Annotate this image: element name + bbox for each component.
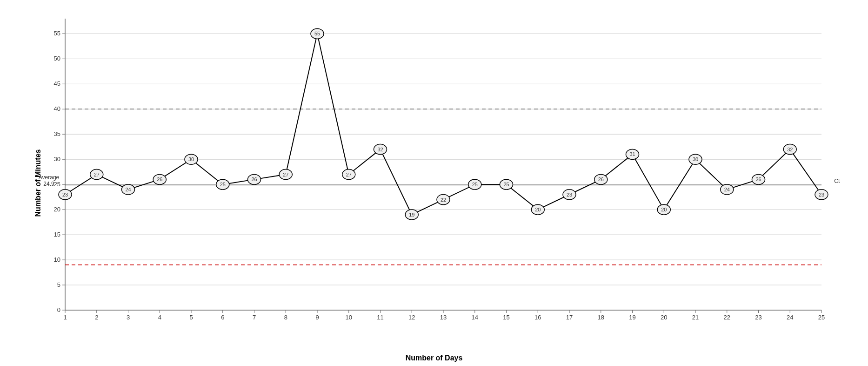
svg-text:24: 24	[125, 187, 131, 192]
svg-text:30: 30	[693, 156, 698, 162]
svg-text:24.9: 24.9	[43, 181, 54, 187]
svg-text:15: 15	[54, 231, 60, 238]
svg-text:30: 30	[188, 156, 194, 162]
svg-text:32: 32	[377, 147, 383, 152]
svg-text:25: 25	[54, 181, 60, 188]
svg-text:8: 8	[284, 314, 287, 321]
x-axis-label: Number of Days	[406, 354, 463, 362]
svg-text:26: 26	[598, 176, 604, 182]
svg-text:CL: CL	[834, 178, 840, 184]
svg-text:32: 32	[787, 147, 793, 152]
svg-text:50: 50	[54, 55, 60, 62]
svg-text:23: 23	[62, 192, 68, 197]
chart-container: Number of Minutes Number of Days 0510152…	[0, 0, 868, 366]
svg-text:31: 31	[629, 151, 635, 157]
svg-text:22: 22	[441, 197, 446, 203]
svg-text:5: 5	[189, 314, 193, 321]
svg-text:16: 16	[534, 314, 541, 321]
svg-text:25: 25	[220, 182, 226, 187]
svg-text:24: 24	[787, 314, 793, 321]
svg-text:1: 1	[63, 314, 67, 321]
svg-text:3: 3	[127, 314, 130, 321]
svg-text:12: 12	[408, 314, 415, 321]
svg-text:Average: Average	[39, 174, 60, 181]
svg-text:19: 19	[629, 314, 635, 321]
svg-text:13: 13	[440, 314, 447, 321]
svg-text:35: 35	[54, 130, 60, 137]
svg-text:25: 25	[503, 182, 509, 187]
svg-text:26: 26	[755, 176, 761, 182]
svg-text:19: 19	[409, 212, 414, 217]
svg-text:26: 26	[157, 176, 162, 182]
svg-text:22: 22	[724, 314, 730, 321]
svg-text:20: 20	[54, 206, 60, 213]
svg-text:15: 15	[503, 314, 509, 321]
svg-text:18: 18	[598, 314, 604, 321]
svg-text:23: 23	[567, 192, 572, 197]
svg-text:20: 20	[661, 207, 667, 212]
svg-text:20: 20	[535, 207, 541, 212]
svg-text:30: 30	[54, 156, 60, 163]
svg-text:27: 27	[94, 172, 100, 177]
svg-text:55: 55	[314, 31, 320, 36]
svg-text:9: 9	[315, 314, 319, 321]
svg-text:27: 27	[283, 172, 288, 177]
svg-text:7: 7	[253, 314, 256, 321]
svg-text:23: 23	[755, 314, 761, 321]
svg-text:25: 25	[472, 182, 478, 187]
svg-text:45: 45	[54, 80, 60, 87]
svg-text:27: 27	[346, 172, 352, 177]
svg-text:20: 20	[661, 314, 667, 321]
svg-text:6: 6	[221, 314, 224, 321]
svg-text:2: 2	[95, 314, 98, 321]
svg-text:11: 11	[377, 314, 383, 321]
svg-text:55: 55	[54, 30, 60, 37]
svg-text:5: 5	[57, 281, 60, 288]
svg-text:4: 4	[158, 314, 161, 321]
svg-text:0: 0	[57, 306, 60, 313]
svg-text:40: 40	[54, 105, 60, 112]
svg-text:25: 25	[818, 314, 825, 321]
svg-text:21: 21	[692, 314, 699, 321]
chart-area: 0510152025303540455055123456789101112131…	[37, 9, 840, 329]
svg-text:14: 14	[472, 314, 478, 321]
svg-text:26: 26	[251, 176, 257, 182]
svg-text:24: 24	[724, 187, 730, 192]
svg-text:23: 23	[819, 192, 824, 197]
svg-text:17: 17	[566, 314, 573, 321]
svg-text:10: 10	[346, 314, 352, 321]
chart-svg: 0510152025303540455055123456789101112131…	[37, 9, 840, 329]
svg-text:10: 10	[54, 256, 60, 263]
